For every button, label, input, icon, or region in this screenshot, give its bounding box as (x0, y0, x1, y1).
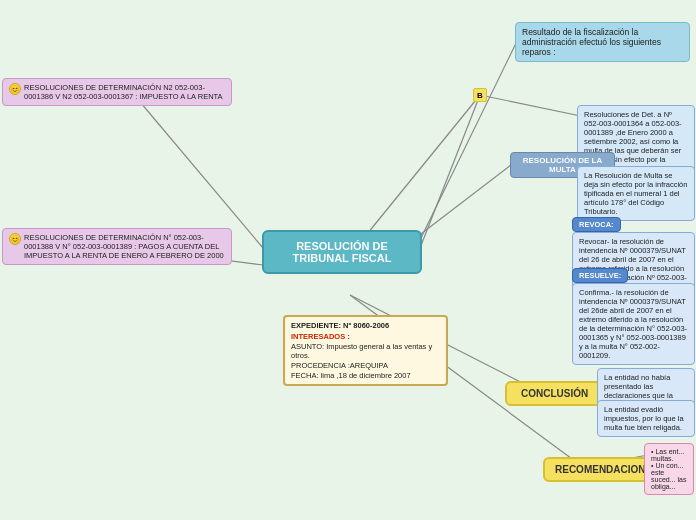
central-label: RESOLUCIÓN DE TRIBUNAL FISCAL (293, 240, 392, 264)
asunto-line: ASUNTO: Impuesto general a las ventas y … (291, 342, 440, 360)
conclusion-detail-2: La entidad evadió impuestos, por lo que … (597, 400, 695, 437)
resuelve-label: RESUELVE: (572, 268, 628, 283)
left-node-2-text: RESOLUCIONES DE DETERMINACIÓN N° 052-003… (24, 233, 225, 260)
left-node-2: 😊 RESOLUCIONES DE DETERMINACIÓN N° 052-0… (2, 228, 232, 265)
expediente-box: EXPEDIENTE: Nº 8060-2006 INTERESADOS : A… (283, 315, 448, 386)
interesados-text: INTERESADOS : (291, 332, 350, 341)
smiley-icon-2: 😊 (9, 233, 21, 245)
resuelve-detail: Confirma.- la resolución de intendencia … (572, 283, 695, 365)
revoca-label: REVOCA: (572, 217, 621, 232)
resuelve-text: RESUELVE: (579, 271, 621, 280)
left-node-1-text: RESOLUCIONES DE DETERMINACIÓN N2 052-003… (24, 83, 225, 101)
conclusion-node: CONCLUSIÓN (505, 381, 604, 406)
connector-b-label: B (477, 91, 483, 100)
procedencia-line: PROCEDENCIA :AREQUIPA (291, 361, 440, 370)
resuelve-detail-text: Confirma.- la resolución de intendencia … (579, 288, 687, 360)
expediente-line: EXPEDIENTE: Nº 8060-2006 (291, 321, 440, 330)
smiley-icon-1: 😊 (9, 83, 21, 95)
svg-line-4 (130, 90, 263, 248)
resolucion-multa-detail: La Resolución de Multa se deja sin efect… (577, 166, 695, 221)
conclusion-detail-2-text: La entidad evadió impuestos, por lo que … (604, 405, 684, 432)
central-node: RESOLUCIÓN DE TRIBUNAL FISCAL (262, 230, 422, 274)
asunto-text: ASUNTO: Impuesto general a las ventas y … (291, 342, 432, 360)
connector-b: B (473, 88, 487, 102)
svg-line-1 (420, 35, 520, 240)
svg-line-3 (420, 95, 480, 248)
procedencia-text: PROCEDENCIA :AREQUIPA (291, 361, 388, 370)
top-right-text: Resultado de la fiscalización la adminis… (522, 27, 661, 57)
recommendations-detail-text: • Las ent... multas. • Un con... este su… (651, 448, 686, 490)
expediente-text: EXPEDIENTE: Nº 8060-2006 (291, 321, 389, 330)
interesados-line: INTERESADOS : (291, 332, 440, 341)
top-right-info-box: Resultado de la fiscalización la adminis… (515, 22, 690, 62)
revoca-text: REVOCA: (579, 220, 614, 229)
fecha-line: FECHA: lima ,18 de diciembre 2007 (291, 371, 440, 380)
left-node-1: 😊 RESOLUCIONES DE DETERMINACIÓN N2 052-0… (2, 78, 232, 106)
conclusion-label: CONCLUSIÓN (521, 388, 588, 399)
recommendations-detail: • Las ent... multas. • Un con... este su… (644, 443, 694, 495)
resolucion-multa-detail-text: La Resolución de Multa se deja sin efect… (584, 171, 687, 216)
fecha-text: FECHA: lima ,18 de diciembre 2007 (291, 371, 411, 380)
